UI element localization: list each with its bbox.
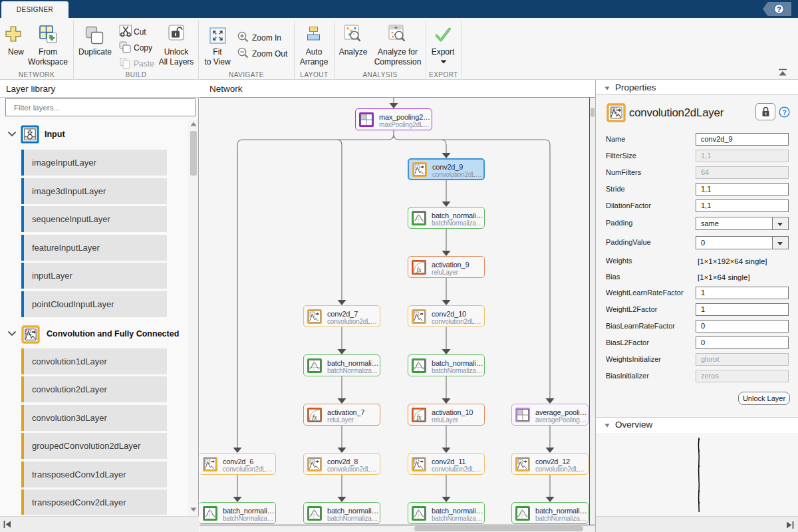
svg-text:?: ? xyxy=(777,5,781,13)
svg-text:fx: fx xyxy=(417,265,422,273)
svg-text:?: ? xyxy=(782,108,787,116)
svg-text:fx: fx xyxy=(417,413,422,420)
svg-text:fx: fx xyxy=(313,413,318,420)
